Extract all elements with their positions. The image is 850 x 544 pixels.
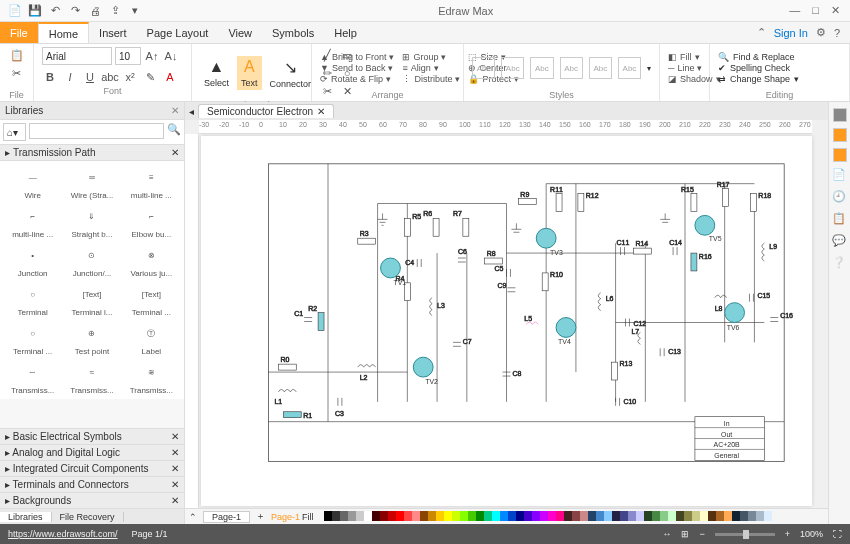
bottom-tab-file-recovery[interactable]: File Recovery: [52, 512, 124, 522]
page-add-icon[interactable]: ＋: [256, 510, 265, 523]
change-shape-btn[interactable]: ⇄ Change Shape▾: [718, 74, 799, 84]
style-preset-2[interactable]: Abc: [501, 57, 524, 79]
menu-help[interactable]: Help: [324, 22, 367, 43]
page-icon[interactable]: 📄: [832, 168, 848, 184]
shrink-font-icon[interactable]: A↓: [163, 48, 179, 64]
spelling-check-btn[interactable]: ✔ Spelling Check: [718, 63, 799, 73]
library-item[interactable]: •Junction: [4, 243, 61, 278]
find-replace-btn[interactable]: 🔍 Find & Replace: [718, 52, 799, 62]
page-nav-up-icon[interactable]: ⌃: [189, 512, 197, 522]
library-item[interactable]: ⇓Straight b...: [63, 204, 120, 239]
clipboard-icon[interactable]: ✂: [9, 65, 25, 81]
connector-tool[interactable]: ↘Connector: [266, 56, 316, 91]
menu-view[interactable]: View: [218, 22, 262, 43]
library-item[interactable]: ⓉLabel: [123, 321, 180, 356]
highlight-icon[interactable]: ✎: [142, 69, 158, 85]
style-preset-1[interactable]: Abc: [472, 57, 495, 79]
drawing-canvas[interactable]: R0 R1 R2 R3 R4 R5 R6 R7 R8 R9 R10 R11 R1…: [201, 136, 812, 506]
font-size-select[interactable]: 10: [115, 47, 141, 65]
align-btn[interactable]: ≡ Align▾: [402, 63, 460, 73]
qat-file-icon[interactable]: 📄: [8, 4, 22, 18]
settings-icon[interactable]: ⚙: [816, 26, 826, 39]
library-item[interactable]: ═Wire (Stra...: [63, 165, 120, 200]
help2-icon[interactable]: ❔: [832, 256, 848, 272]
style-preset-5[interactable]: Abc: [589, 57, 612, 79]
library-item[interactable]: ⊗Various ju...: [123, 243, 180, 278]
color-palette[interactable]: [324, 511, 824, 523]
library-category[interactable]: ▸ Integrated Circuit Components✕: [0, 460, 184, 476]
library-item[interactable]: ⊕Test point: [63, 321, 120, 356]
library-item[interactable]: [Text]Terminal ...: [123, 282, 180, 317]
qat-save-icon[interactable]: 💾: [28, 4, 42, 18]
qat-undo-icon[interactable]: ↶: [48, 4, 62, 18]
clock-icon[interactable]: 🕘: [832, 190, 848, 206]
library-item[interactable]: ≡multi-line ...: [123, 165, 180, 200]
menu-home[interactable]: Home: [38, 22, 89, 43]
clipboard-icon[interactable]: 📋: [832, 212, 848, 228]
library-item[interactable]: ⌐multi-line ...: [4, 204, 61, 239]
qat-export-icon[interactable]: ⇪: [108, 4, 122, 18]
zoom-in-icon[interactable]: +: [785, 529, 790, 539]
font-color-icon[interactable]: A: [162, 69, 178, 85]
menu-page-layout[interactable]: Page Layout: [137, 22, 219, 43]
distribute-btn[interactable]: ⋮ Distribute▾: [402, 74, 460, 84]
search-icon[interactable]: 🔍: [167, 123, 181, 141]
library-item[interactable]: —Wire: [4, 165, 61, 200]
library-item[interactable]: ⌐Elbow bu...: [123, 204, 180, 239]
menu-symbols[interactable]: Symbols: [262, 22, 324, 43]
library-item[interactable]: ○Terminal ...: [4, 321, 61, 356]
rotate-flip[interactable]: ⟳ Rotate & Flip▾: [320, 74, 394, 84]
bold-icon[interactable]: B: [42, 69, 58, 85]
library-item[interactable]: [Text]Terminal l...: [63, 282, 120, 317]
status-url[interactable]: https://www.edrawsoft.com/: [8, 529, 118, 539]
fit-page-icon[interactable]: ⊞: [681, 529, 689, 539]
palette-gray[interactable]: [833, 108, 847, 122]
collapse-ribbon-icon[interactable]: ⌃: [757, 26, 766, 39]
library-item[interactable]: ≈Transmiss...: [63, 360, 120, 395]
bottom-tab-libraries[interactable]: Libraries: [0, 512, 52, 522]
lib-category-icon[interactable]: ⌂▾: [3, 123, 26, 141]
libraries-close-icon[interactable]: ✕: [171, 105, 179, 116]
qat-more-icon[interactable]: ▾: [128, 4, 142, 18]
bring-to-front[interactable]: ▲ Bring to Front▾: [320, 52, 394, 62]
fullscreen-icon[interactable]: ⛶: [833, 529, 842, 539]
help-icon[interactable]: ?: [834, 27, 840, 39]
group-btn[interactable]: ⊞ Group▾: [402, 52, 460, 62]
library-category[interactable]: ▸ Terminals and Connectors✕: [0, 476, 184, 492]
library-search-input[interactable]: [29, 123, 164, 139]
font-name-select[interactable]: Arial: [42, 47, 112, 65]
library-item[interactable]: ○Terminal: [4, 282, 61, 317]
italic-icon[interactable]: I: [62, 69, 78, 85]
library-category[interactable]: ▸ Backgrounds✕: [0, 492, 184, 508]
menu-file[interactable]: File: [0, 22, 38, 43]
library-item[interactable]: ⊙Junction/...: [63, 243, 120, 278]
menu-insert[interactable]: Insert: [89, 22, 137, 43]
library-category[interactable]: ▸ Basic Electrical Symbols✕: [0, 428, 184, 444]
page-link[interactable]: Page-1: [271, 512, 300, 522]
underline-icon[interactable]: U: [82, 69, 98, 85]
section-close-icon[interactable]: ✕: [171, 147, 179, 158]
zoom-slider[interactable]: [715, 533, 775, 536]
comment-icon[interactable]: 💬: [832, 234, 848, 250]
select-tool[interactable]: ▲Select: [200, 56, 233, 90]
page-tab[interactable]: Page-1: [203, 511, 250, 523]
palette-orange[interactable]: [833, 128, 847, 142]
document-tab[interactable]: Semiconductor Electron ✕: [198, 104, 334, 118]
send-to-back[interactable]: ▼ Send to Back▾: [320, 63, 394, 73]
styles-more-icon[interactable]: ▾: [647, 64, 651, 73]
grow-font-icon[interactable]: A↑: [144, 48, 160, 64]
strike-icon[interactable]: abc: [102, 69, 118, 85]
superscript-icon[interactable]: x²: [122, 69, 138, 85]
qat-print-icon[interactable]: 🖨: [88, 4, 102, 18]
zoom-out-icon[interactable]: −: [699, 529, 704, 539]
style-preset-6[interactable]: Abc: [618, 57, 641, 79]
qat-redo-icon[interactable]: ↷: [68, 4, 82, 18]
window-maximize-icon[interactable]: □: [812, 4, 819, 17]
fit-width-icon[interactable]: ↔: [662, 529, 671, 539]
style-preset-4[interactable]: Abc: [560, 57, 583, 79]
style-preset-3[interactable]: Abc: [530, 57, 553, 79]
window-close-icon[interactable]: ✕: [831, 4, 840, 17]
doc-tab-close-icon[interactable]: ✕: [317, 106, 325, 117]
library-item[interactable]: ≋Transmiss...: [123, 360, 180, 395]
library-category[interactable]: ▸ Analog and Digital Logic✕: [0, 444, 184, 460]
